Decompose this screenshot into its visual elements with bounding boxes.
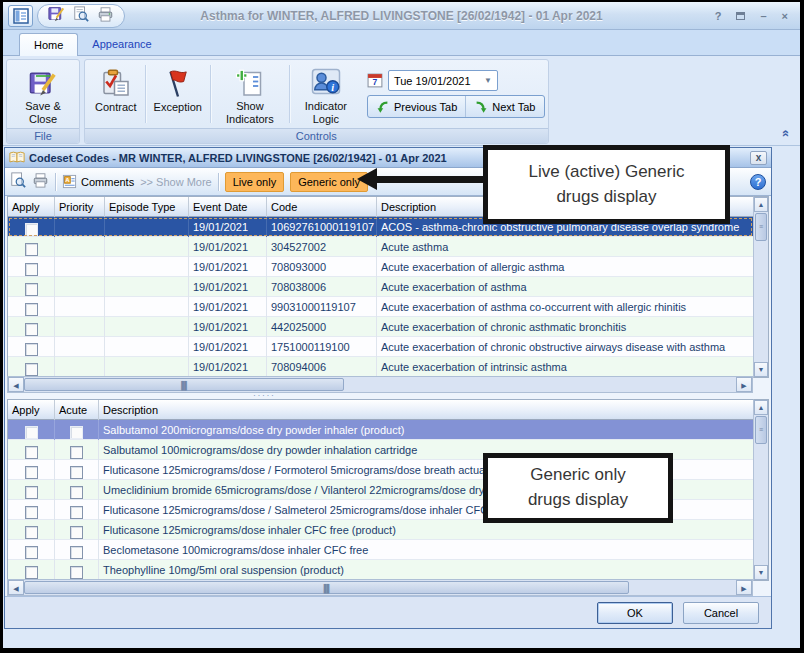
contract-button[interactable]: Contract xyxy=(88,62,144,126)
description-cell: Theophylline 10mg/5ml oral suspension (p… xyxy=(99,560,753,580)
apply-checkbox[interactable] xyxy=(25,506,38,519)
table-row[interactable]: 19/01/2021442025000Acute exacerbation of… xyxy=(8,317,753,337)
acute-checkbox[interactable] xyxy=(70,446,83,459)
exception-button[interactable]: Exception xyxy=(147,62,209,126)
codeset-print-preview-button[interactable] xyxy=(10,172,26,192)
comments-button[interactable]: A Comments xyxy=(62,174,134,189)
scrollbar-track[interactable] xyxy=(344,377,736,392)
acute-checkbox[interactable] xyxy=(70,526,83,539)
consultation-date-picker[interactable]: Tue 19/01/2021 ▼ xyxy=(388,70,498,91)
acute-checkbox[interactable] xyxy=(70,506,83,519)
apply-checkbox[interactable] xyxy=(25,466,38,479)
apply-checkbox[interactable] xyxy=(25,566,38,579)
table-row[interactable]: Theophylline 10mg/5ml oral suspension (p… xyxy=(8,560,753,580)
codes-horizontal-scrollbar[interactable]: ◀ ▐▌ ▶ xyxy=(7,376,753,393)
table-row[interactable]: 19/01/20211751000119100Acute exacerbatio… xyxy=(8,337,753,357)
codeset-help-icon[interactable]: ? xyxy=(750,174,766,190)
acute-checkbox[interactable] xyxy=(70,546,83,559)
scrollbar-track[interactable] xyxy=(754,242,768,362)
scrollbar-thumb[interactable]: ▐▌ xyxy=(24,581,629,594)
scroll-up-icon[interactable]: ▲ xyxy=(754,197,768,212)
table-row[interactable]: Fluticasone 125micrograms/dose inhaler C… xyxy=(8,520,753,540)
apply-checkbox[interactable] xyxy=(25,223,38,236)
table-row[interactable]: 19/01/202199031000119107Acute exacerbati… xyxy=(8,297,753,317)
code-cell: 1751000119100 xyxy=(267,337,377,357)
acute-cell xyxy=(55,560,99,580)
save-close-button[interactable]: Save & Close xyxy=(10,62,76,126)
print-preview-button[interactable] xyxy=(73,6,89,26)
next-tab-button[interactable]: Next Tab xyxy=(465,96,543,117)
column-header[interactable]: Description xyxy=(99,400,753,420)
apply-checkbox[interactable] xyxy=(25,303,38,316)
ribbon-collapse-chevron-icon[interactable]: » xyxy=(777,130,792,137)
scroll-left-icon[interactable]: ◀ xyxy=(8,377,24,392)
apply-checkbox[interactable] xyxy=(25,546,38,559)
show-more-button[interactable]: >> Show More xyxy=(140,176,212,188)
apply-checkbox[interactable] xyxy=(25,243,38,256)
table-row[interactable]: 19/01/2021708038006Acute exacerbation of… xyxy=(8,277,753,297)
comments-label: Comments xyxy=(81,176,134,188)
drugs-horizontal-scrollbar[interactable]: ◀ ▐▌ ▶ xyxy=(7,579,753,596)
scroll-left-icon[interactable]: ◀ xyxy=(8,580,24,595)
apply-checkbox[interactable] xyxy=(25,283,38,296)
column-header[interactable]: Episode Type xyxy=(105,197,189,217)
codeset-print-button[interactable] xyxy=(32,172,49,192)
scroll-right-icon[interactable]: ▶ xyxy=(736,580,752,595)
restore-button[interactable] xyxy=(736,12,745,20)
apply-checkbox[interactable] xyxy=(25,426,38,439)
acute-checkbox[interactable] xyxy=(70,566,83,579)
apply-checkbox[interactable] xyxy=(25,343,38,356)
table-row[interactable]: Salbutamol 200micrograms/dose dry powder… xyxy=(8,420,753,440)
table-row[interactable]: Beclometasone 100micrograms/dose inhaler… xyxy=(8,540,753,560)
column-header[interactable]: Event Date xyxy=(189,197,267,217)
apply-checkbox[interactable] xyxy=(25,446,38,459)
tab-home[interactable]: Home xyxy=(19,33,78,56)
cancel-button[interactable]: Cancel xyxy=(683,602,759,624)
ribbon-group-file: Save & Close File xyxy=(6,59,80,144)
column-header[interactable]: Apply xyxy=(8,400,55,420)
scrollbar-thumb[interactable]: ▐▌ xyxy=(24,378,344,391)
column-header[interactable]: Apply xyxy=(8,197,55,217)
close-button[interactable]: × xyxy=(782,10,788,22)
minimize-button[interactable]: – xyxy=(760,10,766,22)
scrollbar-thumb[interactable]: ≡ xyxy=(755,416,767,444)
scrollbar-track[interactable] xyxy=(754,445,768,565)
scroll-right-icon[interactable]: ▶ xyxy=(736,377,752,392)
acute-checkbox[interactable] xyxy=(70,466,83,479)
scrollbar-thumb[interactable]: ≡ xyxy=(755,213,767,241)
acute-checkbox[interactable] xyxy=(70,426,83,439)
save-button[interactable] xyxy=(48,5,65,26)
indicator-logic-button[interactable]: i Indicator Logic xyxy=(291,62,361,126)
column-header[interactable]: Acute xyxy=(55,400,99,420)
table-row[interactable]: 19/01/2021708094006Acute exacerbation of… xyxy=(8,357,753,377)
column-header[interactable]: Priority xyxy=(55,197,105,217)
drugs-vertical-scrollbar[interactable]: ▲ ≡ ▼ xyxy=(753,399,769,581)
apply-checkbox[interactable] xyxy=(25,263,38,276)
apply-checkbox[interactable] xyxy=(25,526,38,539)
previous-tab-button[interactable]: Previous Tab xyxy=(368,96,465,117)
scroll-down-icon[interactable]: ▼ xyxy=(754,362,768,377)
app-menu-button[interactable] xyxy=(8,5,33,27)
scroll-down-icon[interactable]: ▼ xyxy=(754,565,768,580)
ok-button[interactable]: OK xyxy=(597,602,673,624)
apply-checkbox[interactable] xyxy=(25,486,38,499)
priority-cell xyxy=(55,277,105,297)
apply-cell xyxy=(8,500,55,520)
help-button[interactable]: ? xyxy=(715,10,722,22)
print-button[interactable] xyxy=(97,6,114,26)
scrollbar-track[interactable] xyxy=(629,580,736,595)
tab-appearance[interactable]: Appearance xyxy=(78,33,165,55)
apply-cell xyxy=(8,560,55,580)
acute-checkbox[interactable] xyxy=(70,486,83,499)
live-only-toggle[interactable]: Live only xyxy=(225,172,284,192)
table-row[interactable]: 19/01/2021708093000Acute exacerbation of… xyxy=(8,257,753,277)
apply-checkbox[interactable] xyxy=(25,363,38,376)
codes-vertical-scrollbar[interactable]: ▲ ≡ ▼ xyxy=(753,196,769,378)
codeset-window-title: Codeset Codes - MR WINTER, ALFRED LIVING… xyxy=(29,152,447,164)
apply-checkbox[interactable] xyxy=(25,323,38,336)
codeset-close-icon[interactable]: x xyxy=(750,151,767,165)
show-indicators-button[interactable]: Show Indicators xyxy=(212,62,288,126)
table-row[interactable]: 19/01/2021304527002Acute asthma xyxy=(8,237,753,257)
column-header[interactable]: Code xyxy=(267,197,377,217)
scroll-up-icon[interactable]: ▲ xyxy=(754,400,768,415)
